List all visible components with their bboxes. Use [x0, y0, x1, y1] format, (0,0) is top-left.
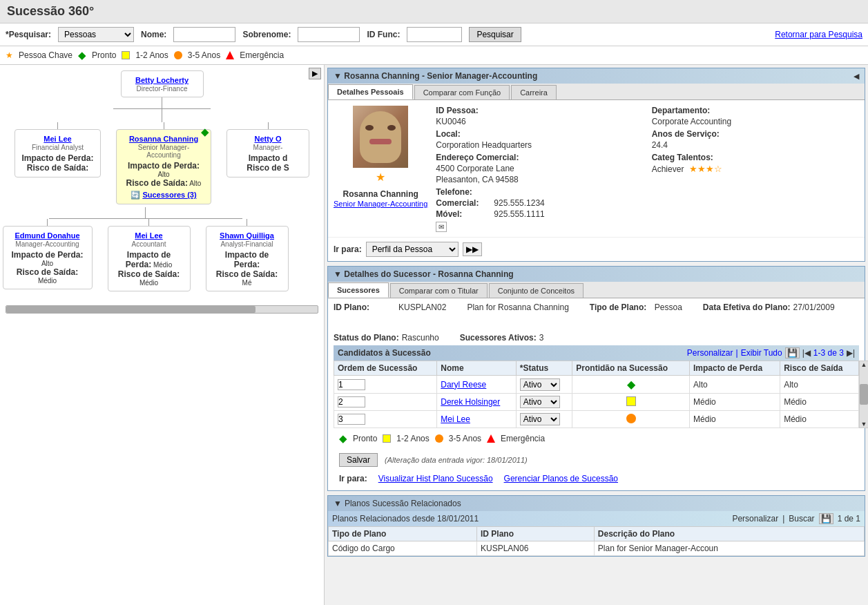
search-select[interactable]: Pessoas Cargos Departamentos — [58, 27, 134, 42]
related-plans-header: ▼ Planos Sucessão Relacionados — [328, 496, 865, 511]
status-select-1[interactable]: Ativo Inativo — [520, 378, 560, 391]
plans-col-tipo: Tipo de Plano — [329, 527, 477, 541]
netty-impact: Impacto d Risco de S — [233, 153, 303, 173]
edmund-impact: Impacto de Perda: Alto Risco de Saída: M… — [9, 250, 86, 285]
square-icon — [122, 51, 130, 59]
personalizar-link[interactable]: Personalizar — [687, 348, 733, 358]
status-select-2[interactable]: Ativo Inativo — [520, 396, 560, 408]
top-bar: *Pesquisar: Pessoas Cargos Departamentos… — [0, 23, 868, 46]
tab-carreira[interactable]: Carreira — [511, 85, 557, 99]
plan-row-1: Código do Cargo KUSPLAN06 Plan for Senio… — [329, 541, 865, 556]
candidate-row-3: Mei Lee Ativo Inativo Médio Médio — [334, 411, 859, 428]
tipo-plano-value: Pessoa — [655, 302, 682, 312]
person-role-link[interactable]: Senior Manager-Accounting — [334, 200, 427, 208]
rp-pagination: 1 de 1 — [838, 514, 860, 524]
tab-comparar-funcao[interactable]: Comparar com Função — [414, 85, 510, 99]
exibir-tudo-link[interactable]: Exibir Tudo — [741, 348, 782, 358]
order-input-1[interactable] — [338, 379, 365, 390]
movel-value: 925.555.1111 — [494, 209, 544, 219]
mei-lee-l2-link[interactable]: Mei Lee — [44, 135, 71, 143]
id-func-label: ID Func: — [367, 30, 400, 39]
gerenciar-link[interactable]: Gerenciar Planos de Sucessão — [504, 474, 618, 483]
related-plans-box: ▼ Planos Sucessão Relacionados Planos Re… — [327, 495, 865, 557]
related-personalizar-link[interactable]: Personalizar — [732, 514, 778, 524]
mei-lee-l2-role: Financial Analyst — [21, 144, 95, 151]
tab-comparar-titular[interactable]: Comparar com o Titular — [390, 283, 488, 298]
mei-lee-l3-role: Accountant — [114, 240, 184, 248]
order-input-2[interactable] — [338, 396, 365, 407]
search-button[interactable]: Pesquisar — [469, 27, 521, 42]
related-buscar-link[interactable]: Buscar — [789, 514, 814, 524]
person-info-right: Departamento: Corporate Accounting Anos … — [652, 106, 859, 231]
person-detail-box: ▼ Rosanna Channing - Senior Manager-Acco… — [327, 68, 865, 262]
plan-id-1: KUSPLAN06 — [476, 541, 594, 556]
lastname-input[interactable] — [298, 27, 360, 42]
sucessores-ativos-value: 3 — [539, 333, 544, 343]
org-node-mei-lee-l2: Mei Lee Financial Analyst Impacto de Per… — [15, 129, 101, 177]
org-node-netty: Netty O Manager- Impacto d Risco de S — [226, 129, 309, 177]
candidate-2-link[interactable]: Derek Holsinger — [441, 397, 500, 407]
org-node-rosanna: ◆ Rosanna Channing Senior Manager-Accoun… — [116, 129, 211, 204]
mei-lee-l3-link[interactable]: Mei Lee — [135, 231, 162, 240]
candidates-controls: Personalizar | Exibir Tudo 💾 |◀ 1-3 de 3… — [687, 347, 855, 358]
tab-sucessores[interactable]: Sucessores — [328, 282, 389, 298]
rosanna-link[interactable]: Rosanna Channing — [129, 135, 198, 143]
plans-col-desc: Descrição do Plano — [594, 527, 864, 541]
order-input-3[interactable] — [338, 414, 365, 425]
status-value: Rascunho — [402, 333, 439, 343]
rosanna-successors-link[interactable]: Sucessores (3) — [142, 191, 196, 199]
go-links: Ir para: Visualizar Hist Plano Sucessão … — [334, 471, 859, 486]
visualizar-link[interactable]: Visualizar Hist Plano Sucessão — [378, 474, 493, 483]
expand-button[interactable]: ▶ — [309, 68, 321, 79]
legend-emergencia-bottom: Emergência — [501, 434, 545, 443]
pessoa-chave-label: Pessoa Chave — [19, 50, 73, 60]
search-label: *Pesquisar: — [6, 30, 51, 39]
main-layout: ▶ Betty Locherty Director-Finance — [0, 65, 868, 605]
candidates-table-wrapper: Ordem de Sucessão Nome *Status Prontidão… — [334, 361, 859, 428]
data-efetiva-value: 27/01/2009 — [793, 302, 835, 312]
status-select-3[interactable]: Ativo Inativo — [520, 413, 560, 425]
candidate-1-link[interactable]: Daryl Reese — [441, 380, 486, 390]
candidate-3-link[interactable]: Mei Lee — [441, 414, 470, 424]
person-tabs: Detalhes Pessoais Comparar com Função Ca… — [328, 84, 865, 100]
candidates-title: Candidatos à Sucessão — [338, 348, 431, 358]
go-ir-para-label: Ir para: — [339, 474, 367, 483]
person-detail-collapse[interactable]: ◀ — [853, 72, 859, 81]
anos-servico-value: 24.4 — [652, 140, 668, 150]
person-photo — [353, 106, 408, 168]
return-link[interactable]: Retornar para Pesquisa — [775, 30, 862, 39]
ir-para-person: Ir para: Perfil da Pessoa Plano de Suces… — [328, 237, 865, 261]
betty-locherty-link[interactable]: Betty Locherty — [135, 76, 189, 84]
tab-conjunto-conceitos[interactable]: Conjunto de Conceitos — [489, 283, 584, 298]
ir-para-person-select[interactable]: Perfil da Pessoa Plano de Sucessão Avali… — [366, 242, 459, 257]
successor-detail-header: ▼ Detalhes do Sucessor - Rosanna Channin… — [328, 267, 865, 282]
legend-circle — [435, 434, 443, 443]
org-scrollbar-h[interactable] — [6, 305, 318, 314]
id-func-input[interactable] — [407, 27, 462, 42]
plans-col-id: ID Plano — [476, 527, 594, 541]
netty-role: Manager- — [233, 144, 303, 151]
rosanna-impact: Impacto de Perda: Alto Risco de Saída: A… — [122, 161, 205, 188]
shawn-impact: Impacto de Perda: Risco de Saída: Mé — [212, 250, 282, 287]
successor-tabs: Sucessores Comparar com o Titular Conjun… — [328, 282, 865, 298]
tab-detalhes-pessoais[interactable]: Detalhes Pessoais — [328, 84, 413, 99]
netty-link[interactable]: Netty O — [254, 135, 281, 143]
person-star-icon: ★ — [376, 171, 385, 184]
name-input[interactable] — [173, 27, 235, 42]
categ-talentos-value: Achiever — [652, 164, 684, 174]
save-button[interactable]: Salvar — [339, 453, 378, 467]
shawn-link[interactable]: Shawn Quilliga — [220, 231, 274, 240]
comercial-label: Comercial: — [436, 198, 491, 208]
betty-locherty-role: Director-Finance — [127, 85, 197, 93]
edmund-link[interactable]: Edmund Donahue — [15, 231, 79, 240]
prontidao-1: ◆ — [627, 378, 635, 391]
person-info-left: ID Pessoa: KU0046 Local: Corporation Hea… — [436, 106, 643, 231]
star-icon: ★ — [6, 50, 13, 60]
ir-para-person-go[interactable]: ▶▶ — [463, 242, 482, 256]
table-scrollbar[interactable]: ▲ ▼ — [859, 361, 868, 428]
tipo-plano-label: Tipo de Plano: — [590, 302, 652, 312]
person-detail-header: ▼ Rosanna Channing - Senior Manager-Acco… — [328, 68, 865, 84]
col-ordem: Ordem de Sucessão — [334, 361, 437, 376]
shawn-role: Analyst-Financial — [212, 240, 282, 248]
legend-square — [383, 434, 391, 443]
